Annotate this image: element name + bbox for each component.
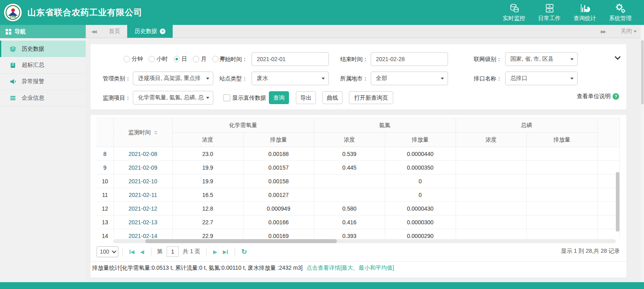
curve-button[interactable]: 曲线 (322, 91, 343, 104)
sub-header: 排放量 (243, 133, 314, 147)
station-type-select[interactable]: 废水 (252, 72, 329, 85)
select-caret-icon (322, 78, 325, 80)
data-table-wrap: 监测时间 化学需氧量 氨氮 总磷 浓度 排放量 浓度 排放量 浓度 排放量 (97, 118, 620, 239)
group-header-cod: 化学需氧量 (172, 118, 314, 133)
outlet-label: 排口名称： (474, 72, 502, 85)
page-scrollbar-thumb[interactable] (641, 40, 644, 105)
tab-history-data[interactable]: 历史数据 ✕ (127, 25, 173, 38)
sidebar-item-label: 超标汇总 (22, 61, 44, 69)
direct-data-checkbox-label: 显示直传数据 (232, 91, 266, 105)
page-scrollbar (641, 25, 644, 282)
select-caret-icon (206, 78, 209, 80)
period-radio-group: 分钟 小时 日 月 年 (124, 52, 226, 66)
sidebar-item-abnormal-alarm[interactable]: 异常报警 (0, 74, 86, 90)
sub-header: 浓度 (314, 133, 385, 147)
sub-header: 浓度 (456, 133, 526, 147)
pagination-bar: 100 ◀ ◀ 第 共 1 页 ▶ ▶ ↻ (97, 246, 250, 257)
radio-minute[interactable]: 分钟 (124, 55, 143, 63)
direct-data-checkbox[interactable] (223, 94, 230, 101)
view-unit-description-link[interactable]: 查看单位说明 ? (577, 93, 619, 100)
page-size-select[interactable]: 100 (97, 246, 118, 257)
group-header-nh3n: 氨氮 (314, 118, 456, 133)
nav-system-manage[interactable]: 系统管理 (608, 3, 633, 22)
monitor-items-label: 监测项目： (103, 91, 131, 105)
chevron-down-icon (112, 249, 116, 253)
radio-day[interactable]: 日 (173, 55, 187, 63)
radio-month[interactable]: 月 (193, 55, 206, 63)
footer-bar (0, 282, 644, 289)
table-vertical-scrollbar-thumb[interactable] (616, 172, 619, 232)
close-tabs-menu[interactable]: 关闭 (611, 28, 644, 35)
select-caret-icon (441, 78, 444, 80)
outlet-select[interactable]: 总排口 (505, 72, 578, 85)
sidebar-item-label: 历史数据 (22, 45, 44, 53)
view-details-link[interactable]: 点击查看详情[最大、最小和平均值] (306, 264, 394, 271)
page-prefix: 第 (157, 248, 163, 255)
monitor-items-select[interactable]: 化学需氧量, 氨氮, 总磷, 总 (133, 91, 213, 105)
radio-hour[interactable]: 小时 (149, 55, 168, 63)
tabs-scroll-right-icon[interactable]: ▶▶ (595, 29, 611, 34)
manage-category-select[interactable]: 违规项目, 高架源, 重点排 (133, 72, 213, 85)
company-logo: ZHB (4, 3, 22, 22)
sidebar-item-company-info[interactable]: 企业信息 (0, 90, 86, 107)
table-row: 9 2021-02-09 19.90.00157 0.4450.0000350 (97, 161, 620, 174)
date-link[interactable]: 2021-02-12 (128, 205, 157, 212)
radio-icon (212, 56, 219, 62)
network-level-select[interactable]: 国家, 省, 市, 区县 (505, 52, 578, 66)
realtime-monitor-icon (509, 3, 520, 14)
date-link[interactable]: 2021-02-13 (128, 219, 157, 225)
table-row: 12 2021-02-12 12.80.000949 0.5800.000043… (97, 202, 620, 215)
start-time-label: 开始时间： (219, 52, 248, 66)
table-row: 13 2021-02-13 22.70.00166 0.4160.0000300 (97, 215, 620, 229)
filter-panel: 分钟 小时 日 月 年 开始时间： 结束时间： 联网级别： 国家, 省, 市, … (91, 44, 626, 109)
date-link[interactable]: 2021-02-11 (129, 192, 157, 198)
sub-header: 浓度 (172, 133, 243, 147)
group-header-tp: 总磷 (456, 118, 597, 133)
query-button[interactable]: 查询 (269, 91, 289, 104)
layers-icon (9, 45, 17, 53)
company-title: 山东省联合农药工业有限公司 (27, 7, 142, 18)
app-header: ZHB 山东省联合农药工业有限公司 实时监控 日常工作 查询统计 (0, 0, 644, 25)
refresh-icon[interactable]: ↻ (239, 248, 250, 256)
first-page-button[interactable]: ◀ (127, 249, 137, 255)
date-link[interactable]: 2021-02-10 (128, 178, 157, 184)
end-time-label: 结束时间： (340, 52, 368, 66)
end-time-input[interactable] (371, 52, 448, 66)
tab-home[interactable]: 首页 (101, 25, 127, 38)
tab-close-icon[interactable]: ✕ (160, 29, 165, 34)
next-page-button[interactable]: ▶ (211, 249, 220, 255)
radio-icon (124, 56, 130, 62)
date-link[interactable]: 2021-02-08 (128, 151, 157, 157)
nav-realtime-monitor[interactable]: 实时监控 (502, 3, 526, 22)
records-info: 显示 1 到 28,共 28 记录 (561, 248, 620, 255)
horizontal-scrollbar-thumb[interactable] (145, 239, 337, 243)
grid-icon (6, 29, 11, 35)
sub-header: 排放量 (526, 133, 597, 147)
prev-page-button[interactable]: ◀ (137, 249, 147, 255)
export-button[interactable]: 导出 (296, 91, 316, 104)
radio-icon (193, 56, 199, 62)
divider (91, 261, 626, 262)
select-caret-icon (570, 78, 574, 80)
collapse-filters-chevron-icon[interactable] (615, 54, 621, 60)
open-new-query-page-button[interactable]: 打开新查询页 (349, 91, 393, 104)
start-time-input[interactable] (252, 52, 329, 66)
city-select[interactable]: 全部 (371, 72, 448, 85)
nav-label: 查询统计 (574, 15, 596, 22)
sidebar-item-label: 异常报警 (22, 78, 44, 85)
chevron-down-icon (634, 31, 637, 33)
table-row: 10 2021-02-10 19.90.00158 0 (97, 174, 620, 188)
sidebar-item-history-data[interactable]: 历史数据 (0, 41, 86, 57)
date-link[interactable]: 2021-02-14 (128, 233, 157, 239)
tabs-scroll-left-icon[interactable]: ◀◀ (86, 25, 101, 38)
radio-icon (149, 56, 155, 62)
date-link[interactable]: 2021-02-09 (128, 164, 157, 171)
sidebar-item-exceed-summary[interactable]: 超标汇总 (0, 57, 86, 74)
time-column-header[interactable]: 监测时间 (114, 118, 172, 147)
nav-query-stats[interactable]: 查询统计 (572, 3, 597, 22)
tab-bar: ◀◀ 首页 历史数据 ✕ ▶▶ 关闭 (86, 25, 644, 38)
nav-daily-work[interactable]: 日常工作 (537, 3, 562, 22)
page-number-input[interactable] (167, 246, 179, 257)
sort-icon (154, 131, 157, 135)
last-page-button[interactable]: ▶ (220, 249, 231, 255)
